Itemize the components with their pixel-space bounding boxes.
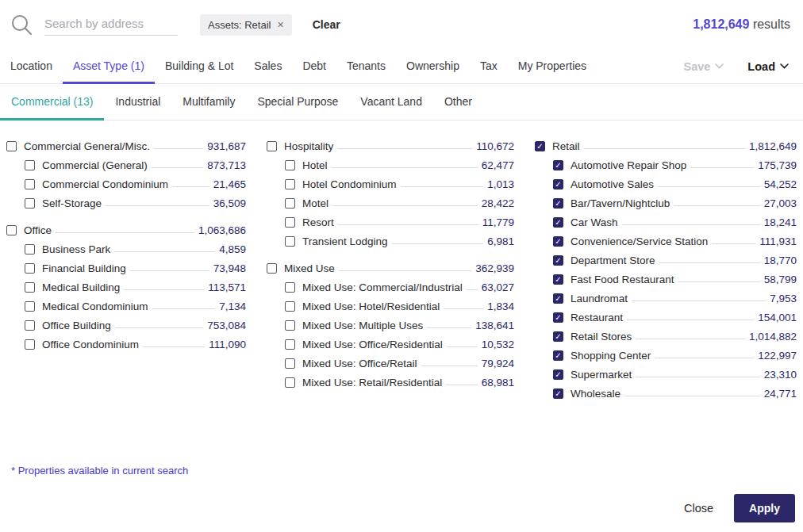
checkbox-checked[interactable]: ✓ [553,369,563,380]
load-button[interactable]: Load [747,60,789,73]
asset-type-row[interactable]: ✓Retail1,812,649 [535,140,797,153]
checkbox-checked[interactable]: ✓ [553,179,563,189]
tab-tax[interactable]: Tax [470,49,508,84]
close-button[interactable]: Close [679,501,718,515]
chip-close-icon[interactable]: × [277,19,283,30]
asset-type-row[interactable]: Mixed Use: Commercial/Industrial63,027 [285,281,514,294]
tab-sales[interactable]: Sales [244,49,292,84]
asset-type-row[interactable]: Financial Building73,948 [25,262,246,275]
subtab-industrial[interactable]: Industrial [104,84,171,121]
asset-type-row[interactable]: ✓Supermarket23,310 [553,368,797,381]
checkbox-unchecked[interactable] [285,358,295,369]
checkbox-checked[interactable]: ✓ [535,141,545,151]
asset-type-row[interactable]: ✓Automotive Sales54,252 [553,178,797,191]
checkbox-unchecked[interactable] [285,160,295,170]
tab-asset-type-1[interactable]: Asset Type (1) [63,49,155,84]
asset-type-row[interactable]: Commercial (General)873,713 [25,159,246,172]
apply-button[interactable]: Apply [734,494,795,522]
clear-filters-button[interactable]: Clear [313,18,340,31]
asset-type-row[interactable]: Mixed Use: Retail/Residential68,981 [285,376,514,389]
tab-debt[interactable]: Debt [292,49,336,84]
checkbox-unchecked[interactable] [25,263,35,274]
checkbox-unchecked[interactable] [25,282,35,293]
tab-tenants[interactable]: Tenants [336,49,396,84]
checkbox-unchecked[interactable] [267,141,277,151]
checkbox-unchecked[interactable] [25,160,35,170]
checkbox-checked[interactable]: ✓ [553,293,563,304]
tab-location[interactable]: Location [0,49,63,84]
tab-building-lot[interactable]: Building & Lot [155,49,244,84]
checkbox-checked[interactable]: ✓ [553,198,563,209]
asset-type-row[interactable]: Medical Building113,571 [25,281,246,294]
checkbox-unchecked[interactable] [285,282,295,293]
asset-type-row[interactable]: ✓Bar/Tavern/Nightclub27,003 [553,197,797,210]
asset-type-row[interactable]: Business Park4,859 [25,243,246,256]
asset-type-row[interactable]: Mixed Use362,939 [267,262,514,275]
checkbox-unchecked[interactable] [25,301,35,312]
checkbox-unchecked[interactable] [285,377,295,388]
checkbox-unchecked[interactable] [285,301,295,312]
asset-type-row[interactable]: Office Building753,084 [25,319,246,332]
asset-type-row[interactable]: Commercial Condominium21,465 [25,178,246,191]
subtab-multifamily[interactable]: Multifamily [171,84,246,121]
asset-type-row[interactable]: Motel28,422 [285,197,514,210]
checkbox-checked[interactable]: ✓ [553,255,563,266]
save-button[interactable]: Save [683,60,724,73]
asset-type-row[interactable]: ✓Car Wash18,241 [553,216,797,229]
asset-type-row[interactable]: Hotel Condominium1,013 [285,178,514,191]
tab-ownership[interactable]: Ownership [396,49,470,84]
tab-my-properties[interactable]: My Properties [508,49,597,84]
asset-type-row[interactable]: Commercial General/Misc.931,687 [6,140,246,153]
checkbox-unchecked[interactable] [267,263,277,274]
checkbox-unchecked[interactable] [6,141,17,151]
asset-type-row[interactable]: Self-Storage36,509 [25,197,246,210]
asset-type-row[interactable]: ✓Department Store18,770 [553,254,797,267]
asset-type-row[interactable]: ✓Automotive Repair Shop175,739 [553,159,797,172]
checkbox-unchecked[interactable] [285,179,295,189]
checkbox-checked[interactable]: ✓ [553,331,563,342]
subtab-other[interactable]: Other [433,84,483,121]
subtab-commercial-13[interactable]: Commercial (13) [0,84,104,121]
asset-type-row[interactable]: Mixed Use: Office/Residential10,532 [285,338,514,351]
checkbox-unchecked[interactable] [6,225,17,235]
asset-type-row[interactable]: Hotel62,477 [285,159,514,172]
checkbox-unchecked[interactable] [285,217,295,228]
checkbox-unchecked[interactable] [285,320,295,331]
asset-type-row[interactable]: Medical Condominium7,134 [25,300,246,313]
checkbox-checked[interactable]: ✓ [553,236,563,247]
asset-type-row[interactable]: ✓Shopping Center122,997 [553,349,797,362]
checkbox-checked[interactable]: ✓ [553,160,563,170]
checkbox-unchecked[interactable] [25,339,35,350]
checkbox-checked[interactable]: ✓ [553,350,563,361]
subtab-special-purpose[interactable]: Special Purpose [246,84,349,121]
asset-type-row[interactable]: Resort11,779 [285,216,514,229]
asset-type-row[interactable]: ✓Retail Stores1,014,882 [553,330,797,343]
checkbox-unchecked[interactable] [285,339,295,350]
asset-type-group-hospitality: Hospitality110,672Hotel62,477Hotel Condo… [267,140,514,248]
search-input[interactable] [44,13,178,36]
checkbox-checked[interactable]: ✓ [553,312,563,323]
asset-type-row[interactable]: ✓Fast Food Restaurant58,799 [553,273,797,286]
checkbox-checked[interactable]: ✓ [553,274,563,285]
filter-chip[interactable]: Assets: Retail × [200,14,292,36]
checkbox-unchecked[interactable] [285,198,295,209]
checkbox-checked[interactable]: ✓ [553,388,563,399]
asset-type-row[interactable]: Mixed Use: Multiple Uses138,641 [285,319,514,332]
asset-type-row[interactable]: ✓Convenience/Service Station111,931 [553,235,797,248]
subtab-vacant-land[interactable]: Vacant Land [349,84,433,121]
checkbox-unchecked[interactable] [25,179,35,189]
asset-type-row[interactable]: Office Condominium111,090 [25,338,246,351]
asset-type-row[interactable]: Office1,063,686 [6,224,246,237]
checkbox-unchecked[interactable] [25,198,35,209]
checkbox-checked[interactable]: ✓ [553,217,563,228]
asset-type-row[interactable]: Hospitality110,672 [267,140,514,153]
asset-type-row[interactable]: ✓Laundromat7,953 [553,292,797,305]
asset-type-row[interactable]: ✓Restaurant154,001 [553,311,797,324]
asset-type-row[interactable]: ✓Wholesale24,771 [553,387,797,400]
asset-type-row[interactable]: Transient Lodging6,981 [285,235,514,248]
asset-type-row[interactable]: Mixed Use: Hotel/Residential1,834 [285,300,514,313]
asset-type-row[interactable]: Mixed Use: Office/Retail79,924 [285,357,514,370]
checkbox-unchecked[interactable] [285,236,295,247]
checkbox-unchecked[interactable] [25,320,35,331]
checkbox-unchecked[interactable] [25,244,35,255]
